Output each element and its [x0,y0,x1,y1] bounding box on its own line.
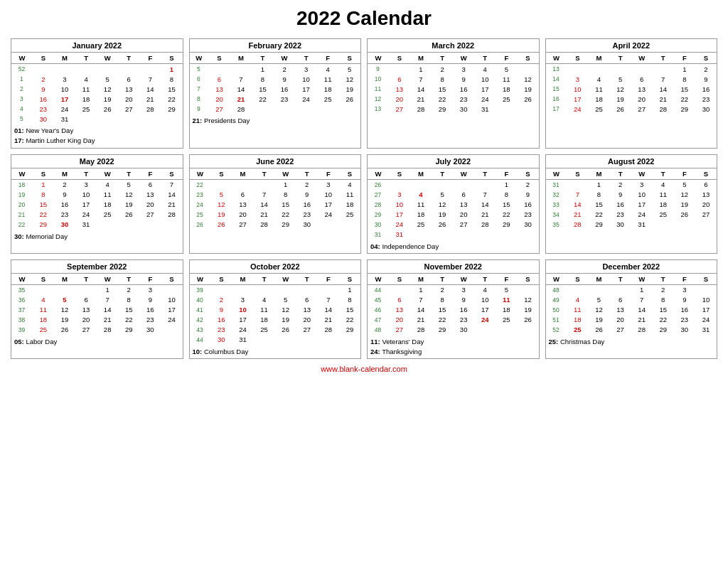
day-header: W [453,53,474,64]
holiday-num: 10: [193,348,203,355]
calendar-cell: 14 [139,84,161,94]
holiday-num: 04: [370,242,380,250]
calendar-cell: 15 [653,305,674,315]
calendar-cell: 3 [453,64,474,75]
calendar-cell: 8 [432,295,453,305]
calendar-cell: 8 [588,190,609,200]
calendar-cell: 2 [432,284,453,295]
calendar-cell: 17 [631,200,653,210]
calendar-cell: 18 [11,179,33,190]
calendar-cell: 7 [653,74,674,84]
day-header: T [252,53,274,64]
day-header: M [54,53,75,64]
calendar-cell: 3 [11,94,33,104]
calendar-cell [295,104,317,114]
calendar-cell: 24 [474,94,496,104]
calendar-cell [339,220,360,230]
calendar-cell: 17 [567,94,588,104]
calendar-cell: 23 [296,210,318,220]
holiday-num: 05: [14,338,24,345]
calendar-cell: 5 [118,179,139,190]
calendar-cell: 13 [232,200,253,210]
calendar-cell: 22 [653,315,674,325]
calendar-cell: 35 [11,284,33,295]
calendar-cell: 1 [631,284,653,295]
calendar-cell [653,64,674,75]
calendar-cell: 16 [674,305,695,315]
calendar-cell: 3 [232,295,253,305]
month-block: July 2022WSMTWTFS26122734567892810111213… [367,154,540,254]
calendar-cell: 3 [54,74,75,84]
calendar-cell: 17 [232,315,253,325]
calendar-cell: 13 [389,84,410,94]
calendar-cell [230,64,252,75]
calendar-cell: 12 [674,190,695,200]
holiday-num: 17: [14,136,24,144]
calendar-cell: 43 [190,325,211,335]
calendar-cell: 28 [97,325,118,335]
calendar-cell: 7 [410,295,432,305]
calendar-cell: 34 [546,210,567,220]
calendar-cell: 28 [318,325,339,335]
calendar-cell: 20 [118,94,139,104]
calendar-cell: 19 [210,210,232,220]
calendar-cell [432,230,453,240]
calendar-cell: 15 [432,84,453,94]
calendar-cell: 19 [338,84,360,94]
calendar-cell: 1 [252,64,274,75]
calendar-cell: 44 [190,335,211,345]
calendar-cell: 19 [517,84,538,94]
calendar-cell: 19 [432,210,453,220]
website-link[interactable]: www.blank-calendar.com [11,365,717,373]
holiday-num: 01: [14,127,24,134]
calendar-cell: 9 [296,190,318,200]
calendar-cell [75,284,97,295]
day-header: S [389,53,410,64]
calendar-cell: 20 [139,200,161,210]
calendar-cell: 22 [339,315,360,325]
calendar-cell [631,64,653,75]
calendar-cell: 27 [118,104,139,114]
calendar-cell: 4 [567,295,588,305]
calendar-cell: 10 [295,74,317,84]
calendar-cell: 30 [517,220,538,230]
calendar-cell [453,230,474,240]
calendar-cell: 26 [517,94,538,104]
calendar-cell: 40 [190,295,211,305]
month-title: July 2022 [368,155,539,168]
calendar-table: WSMTWTFS18123456719891011121314201516171… [11,168,183,230]
calendar-cell: 12 [54,305,75,315]
day-header: S [567,53,588,64]
calendar-cell: 23 [453,315,474,325]
calendar-cell: 7 [190,84,209,94]
calendar-cell: 13 [139,190,161,200]
calendar-cell: 29 [275,220,296,230]
month-block: October 2022WSMTWTFS39140234567841910111… [189,259,362,360]
month-title: May 2022 [11,155,183,168]
calendar-cell: 15 [588,200,609,210]
holiday-name: Columbus Day [204,348,248,355]
calendar-cell [410,230,432,240]
calendar-cell: 12 [338,74,360,84]
calendar-cell [653,220,674,230]
calendar-cell: 9 [274,74,296,84]
day-header: W [453,274,474,285]
calendar-cell: 13 [208,84,230,94]
calendar-cell: 17 [474,305,496,315]
holiday-num: 11: [370,338,380,345]
calendar-cell: 42 [190,315,211,325]
calendar-cell: 17 [75,200,97,210]
calendar-cell: 46 [368,305,389,315]
holidays-section: 21: Presidents Day [190,114,361,127]
calendar-cell: 3 [567,74,588,84]
day-header: M [230,53,252,64]
calendar-cell [33,64,54,75]
holiday-item: 04: Independence Day [370,242,536,252]
calendar-cell: 6 [232,190,253,200]
calendar-cell [118,64,139,75]
calendar-cell: 41 [190,305,211,315]
calendar-cell: 16 [139,305,161,315]
calendar-cell: 14 [410,84,432,94]
calendar-cell: 12 [118,190,139,200]
calendar-cell: 13 [546,64,567,75]
